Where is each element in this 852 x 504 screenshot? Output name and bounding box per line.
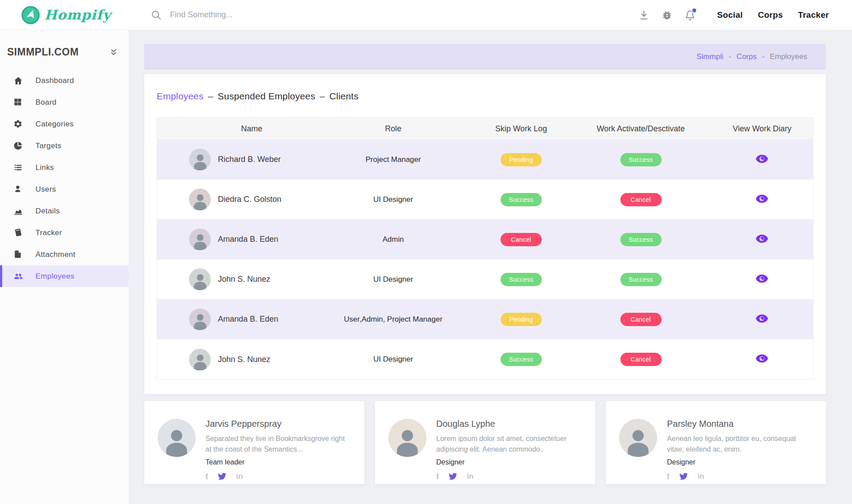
- header-actions: SocialCorpsTracker: [638, 9, 852, 21]
- employee-name: Richard B. Weber: [218, 155, 281, 164]
- table-row: John S. Nunez UI Designer Success Cancel: [157, 339, 813, 379]
- linkedin-icon[interactable]: in: [467, 472, 473, 480]
- eye-icon[interactable]: [755, 154, 769, 163]
- linkedin-icon[interactable]: in: [698, 472, 704, 480]
- facebook-icon[interactable]: f: [205, 472, 208, 480]
- notification-dot: [691, 8, 697, 13]
- logo[interactable]: Hompify: [0, 6, 129, 24]
- page-title: Employees–Suspended Employees–Clients: [157, 91, 813, 102]
- header-nav: SocialCorpsTracker: [717, 10, 829, 20]
- column-header-view-work-diary: View Work Diary: [711, 124, 813, 134]
- title-separator: –: [320, 91, 325, 102]
- profile-card-parsley-montana: Parsley Montana Aenean leo ligula, portt…: [606, 401, 826, 484]
- list-icon: [13, 163, 23, 173]
- work-activate-badge[interactable]: Success: [620, 273, 662, 286]
- app-window: Hompify: [0, 0, 852, 504]
- work-activate-badge[interactable]: Cancel: [620, 353, 662, 366]
- employee-role: User,Admin, Project Manager: [344, 315, 442, 323]
- eye-icon[interactable]: [755, 194, 769, 203]
- sidebar-item-categories[interactable]: Categories: [0, 113, 129, 135]
- workspace-title: SIMMPLI.COM: [7, 46, 79, 58]
- profile-name: Douglas Lyphe: [436, 419, 583, 429]
- facebook-icon[interactable]: f: [667, 472, 670, 480]
- skip-work-log-badge[interactable]: Pending: [501, 313, 542, 326]
- title-tab-suspended-employees[interactable]: Suspended Employees: [218, 91, 316, 102]
- employee-name: John S. Nunez: [218, 275, 270, 284]
- pie-icon: [13, 141, 23, 151]
- sidebar-item-links[interactable]: Links: [0, 157, 129, 178]
- eye-icon[interactable]: [755, 274, 769, 283]
- book-icon: [13, 228, 23, 238]
- work-activate-badge[interactable]: Cancel: [620, 193, 662, 206]
- table-row: Amanda B. Eden User,Admin, Project Manag…: [157, 299, 813, 339]
- column-header-work-activate: Work Activate/Desctivate: [570, 124, 711, 134]
- work-activate-badge[interactable]: Success: [620, 233, 662, 246]
- bell-icon[interactable]: [684, 9, 696, 21]
- eye-icon[interactable]: [755, 354, 769, 363]
- employee-avatar: [189, 189, 211, 210]
- table-row: Amanda B. Eden Admin Cancel Success: [157, 220, 813, 260]
- profile-card-jarvis-pepperspray: Jarvis Pepperspray Separated they live i…: [144, 401, 364, 484]
- sidebar-item-users[interactable]: Users: [0, 178, 129, 200]
- search-icon: [150, 9, 162, 21]
- breadcrumb-simmpli[interactable]: Simmpli: [697, 52, 723, 61]
- bug-icon[interactable]: [661, 9, 673, 21]
- table-row: John S. Nunez UI Designer Success Succes…: [157, 260, 813, 299]
- nav-link-corps[interactable]: Corps: [758, 10, 783, 20]
- employee-name: Diedra C. Golston: [218, 195, 281, 204]
- employee-role: UI Designer: [373, 275, 413, 284]
- sidebar-item-attachment[interactable]: Attachment: [0, 244, 129, 265]
- profile-social-links: f in: [205, 472, 352, 480]
- logo-text: Hompify: [44, 7, 111, 23]
- skip-work-log-badge[interactable]: Pending: [501, 153, 542, 166]
- double-chevron-down-icon[interactable]: [109, 48, 118, 57]
- skip-work-log-badge[interactable]: Success: [501, 193, 542, 206]
- search-bar: [150, 9, 638, 21]
- facebook-icon[interactable]: f: [436, 472, 439, 480]
- sidebar-menu: Dashboard Board Categories Targets Links…: [0, 70, 129, 287]
- sidebar-header: SIMMPLI.COM: [0, 30, 129, 70]
- profile-avatar: [388, 419, 426, 457]
- employee-role: Project Manager: [366, 155, 421, 164]
- work-activate-badge[interactable]: Success: [620, 153, 662, 166]
- twitter-icon[interactable]: [449, 472, 457, 480]
- employee-name: Amanda B. Eden: [218, 235, 278, 244]
- eye-icon[interactable]: [755, 234, 769, 243]
- nav-link-tracker[interactable]: Tracker: [798, 10, 829, 20]
- download-icon[interactable]: [638, 9, 650, 21]
- profile-name: Jarvis Pepperspray: [205, 419, 352, 429]
- profile-bio: Aenean leo ligula, porttitor eu, consequ…: [667, 433, 813, 455]
- sidebar-item-targets[interactable]: Targets: [0, 135, 129, 157]
- sidebar-item-board[interactable]: Board: [0, 91, 129, 113]
- column-header-skip-work-log: Skip Work Log: [472, 124, 570, 134]
- sidebar-item-details[interactable]: Details: [0, 200, 129, 222]
- profile-bio: Lorem ipsum dolor sit amet, consectetuer…: [436, 433, 583, 455]
- paper-plane-logo-icon: [21, 6, 40, 24]
- nav-link-social[interactable]: Social: [717, 10, 743, 20]
- skip-work-log-badge[interactable]: Success: [501, 353, 542, 366]
- profile-bio: Separated they live in Bookmarksgrove ri…: [205, 433, 352, 455]
- twitter-icon[interactable]: [679, 472, 688, 480]
- breadcrumb-corps[interactable]: Corps: [737, 52, 757, 61]
- search-input[interactable]: [170, 10, 356, 20]
- eye-icon[interactable]: [755, 314, 769, 323]
- profile-card-douglas-lyphe: Douglas Lyphe Lorem ipsum dolor sit amet…: [375, 401, 595, 484]
- sidebar-item-employees[interactable]: Employees: [0, 265, 129, 287]
- work-activate-badge[interactable]: Cancel: [620, 313, 662, 326]
- breadcrumb: Simmpli-Corps-Employees: [144, 44, 826, 70]
- sidebar-item-dashboard[interactable]: Dashboard: [0, 70, 129, 91]
- profile-role: Designer: [436, 458, 583, 466]
- title-tab-clients[interactable]: Clients: [329, 91, 359, 102]
- sidebar-item-tracker[interactable]: Tracker: [0, 222, 129, 244]
- twitter-icon[interactable]: [218, 472, 226, 480]
- title-tab-employees[interactable]: Employees: [157, 91, 204, 102]
- linkedin-icon[interactable]: in: [236, 472, 243, 480]
- main-area: Simmpli-Corps-Employees Employees–Suspen…: [129, 30, 852, 504]
- employees-table: Name Role Skip Work Log Work Activate/De…: [157, 118, 813, 380]
- top-header: Hompify: [0, 0, 852, 30]
- employee-name: Amanda B. Eden: [218, 315, 278, 324]
- skip-work-log-badge[interactable]: Cancel: [501, 233, 542, 246]
- employee-role: UI Designer: [373, 355, 413, 363]
- skip-work-log-badge[interactable]: Success: [501, 273, 542, 286]
- user-icon: [13, 185, 23, 194]
